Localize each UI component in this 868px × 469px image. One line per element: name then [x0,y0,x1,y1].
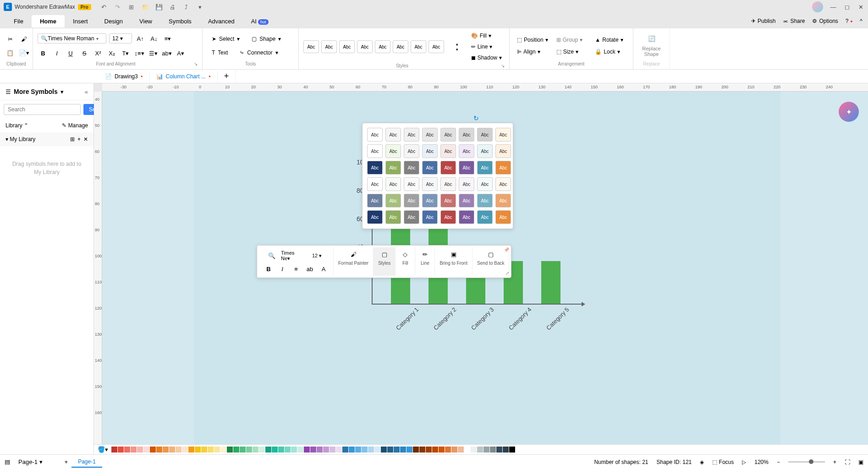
color-swatch[interactable] [233,447,239,453]
italic-icon[interactable]: I [51,48,62,59]
style-swatch[interactable]: Abc [440,194,456,207]
copy-icon[interactable]: 📋 [5,47,16,58]
doc-tab-column-chart[interactable]: 📊 Column Chart ... ● [150,71,218,82]
color-swatch[interactable] [342,447,348,453]
color-swatch[interactable] [458,447,464,453]
font-decrease-icon[interactable]: A↓ [148,33,159,44]
menu-ai[interactable]: AIhot [243,15,277,27]
style-swatch[interactable]: Abc [411,40,426,53]
style-swatch[interactable]: Abc [495,194,511,207]
color-swatch[interactable] [451,447,457,453]
float-align-icon[interactable]: ≡ [291,264,301,274]
color-swatch[interactable] [124,447,130,453]
shadow-button[interactable]: ◼ Shadow ▾ [468,53,505,62]
style-swatch[interactable]: Abc [367,210,383,224]
color-swatch[interactable] [131,447,137,453]
collapse-ribbon-icon[interactable]: ^ [860,18,863,24]
doc-tab-drawing3[interactable]: 📄 Drawing3 ● [99,71,150,82]
style-swatch[interactable]: Abc [429,40,444,53]
color-swatch[interactable] [118,447,124,453]
style-swatch[interactable]: Abc [367,128,383,142]
color-swatch[interactable] [317,447,323,453]
line-spacing-icon[interactable]: ↕≡▾ [134,48,145,59]
style-swatch[interactable]: Abc [477,177,493,191]
color-swatch[interactable] [464,447,470,453]
font-select[interactable]: 🔍 Times New Roman▾ [38,33,106,44]
fill-bucket-icon[interactable]: 🪣▾ [98,446,108,453]
qat-dropdown-icon[interactable]: ▾ [197,3,204,11]
color-swatch[interactable] [323,447,329,453]
add-page-button[interactable]: + [65,458,68,465]
style-swatch[interactable]: Abc [422,194,438,207]
color-swatch[interactable] [483,447,489,453]
color-swatch[interactable] [368,447,374,453]
color-swatch[interactable] [490,447,496,453]
color-swatch[interactable] [188,447,194,453]
rotate-handle-icon[interactable]: ↻ [473,115,479,120]
style-swatch[interactable]: Abc [385,128,401,142]
color-swatch[interactable] [227,447,233,453]
color-swatch[interactable] [374,447,380,453]
shape-tool[interactable]: ▢ Shape ▾ [247,34,286,44]
color-swatch[interactable] [400,447,406,453]
share-button[interactable]: ⫘ Share [783,18,805,24]
style-swatch[interactable]: Abc [367,177,383,191]
color-swatch[interactable] [355,447,361,453]
color-swatch[interactable] [432,447,438,453]
lock-button[interactable]: 🔒 Lock▾ [592,47,628,56]
print-icon[interactable]: 🖨 [169,3,176,11]
play-icon[interactable]: ▷ [742,459,746,465]
new-tab-button[interactable]: + [218,69,236,83]
fit-page-icon[interactable]: ⛶ [845,459,850,465]
color-swatch[interactable] [259,447,265,453]
color-swatch[interactable] [156,447,162,453]
style-swatch[interactable]: Abc [385,194,401,207]
color-swatch[interactable] [503,447,509,453]
zoom-out-button[interactable]: − [777,459,780,465]
style-swatch[interactable]: Abc [367,161,383,175]
style-swatch[interactable]: Abc [477,194,493,207]
export-icon[interactable]: ⤴ [183,3,190,11]
style-swatch[interactable]: Abc [440,144,456,158]
font-size-select[interactable]: 12 ▾ [109,33,132,44]
new-icon[interactable]: ⊞ [128,3,135,11]
style-swatch[interactable]: Abc [477,128,493,142]
line-button[interactable]: ✏ Line ▾ [468,42,505,51]
color-swatch[interactable] [419,447,425,453]
color-swatch[interactable] [291,447,297,453]
style-swatch[interactable]: Abc [459,210,474,224]
style-swatch[interactable]: Abc [357,40,373,53]
color-swatch[interactable] [253,447,258,453]
float-text-color-icon[interactable]: A [319,264,329,274]
undo-icon[interactable]: ↶ [100,3,108,11]
style-swatch[interactable]: Abc [393,40,408,53]
format-painter-icon[interactable]: 🖌 [18,33,29,44]
focus-button[interactable]: ⬚ Focus [712,459,734,465]
color-swatch[interactable] [182,447,188,453]
color-swatch[interactable] [362,447,368,453]
float-italic-icon[interactable]: I [277,264,287,274]
style-swatch[interactable]: Abc [477,144,493,158]
color-swatch[interactable] [336,447,342,453]
layers-icon[interactable]: ◈ [700,459,704,465]
style-swatch[interactable]: Abc [367,144,383,158]
mylib-drop-zone[interactable]: Drag symbols here to add to My Library [0,146,93,190]
fill-button[interactable]: 🎨 Fill ▾ [468,31,505,40]
subscript-icon[interactable]: X₂ [106,48,117,59]
style-swatch[interactable]: Abc [385,210,401,224]
style-swatch[interactable]: Abc [459,194,474,207]
menu-insert[interactable]: Insert [65,15,96,27]
text-color-icon[interactable]: T▾ [120,48,131,59]
text-tool[interactable]: T Text [207,48,232,58]
size-button[interactable]: ⬚ Size▾ [554,47,590,56]
style-swatch[interactable]: Abc [459,144,474,158]
select-tool[interactable]: ➤ Select ▾ [207,34,244,44]
rotate-button[interactable]: ▲ Rotate▾ [592,35,628,44]
page-select[interactable]: Page-1 ▾ [14,458,61,465]
mylib-close-icon[interactable]: ✕ [83,136,88,142]
color-swatch[interactable] [137,447,143,453]
style-swatch[interactable]: Abc [440,128,456,142]
color-swatch[interactable] [310,447,316,453]
color-swatch[interactable] [477,447,483,453]
style-swatch[interactable]: Abc [477,210,493,224]
